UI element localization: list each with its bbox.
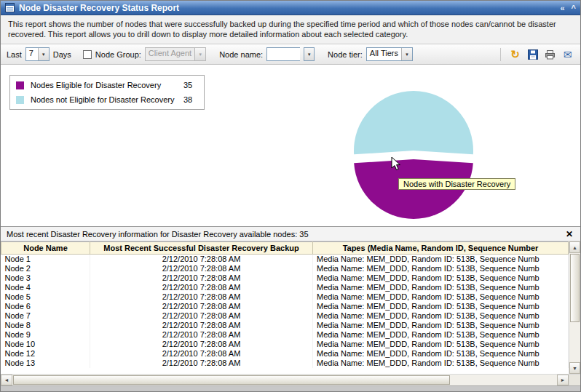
cell-tapes: Media Name: MEM_DDD, Random ID: 513B, Se… [313, 292, 569, 302]
legend-label: Nodes Eligible for Disaster Recovery [31, 81, 177, 89]
cell-tapes: Media Name: MEM_DDD, Random ID: 513B, Se… [313, 330, 569, 340]
cell-node-name: Node 6 [1, 302, 90, 311]
cell-backup-time: 2/12/2010 7:28:08 AM [90, 255, 313, 265]
table-row[interactable]: Node 132/12/2010 7:28:08 AMMedia Name: M… [1, 359, 569, 368]
node-name-dropdown-arrow-icon[interactable]: ▼ [304, 47, 315, 61]
report-description: This report shows the number of nodes th… [1, 15, 580, 44]
table-header-row: Node Name Most Recent Successful Disaste… [1, 242, 569, 255]
node-tier-select[interactable]: All Tiers ▼ [366, 47, 413, 61]
cell-node-name: Node 12 [1, 349, 90, 359]
legend-swatch [16, 81, 24, 89]
close-icon[interactable]: ✕ [564, 229, 574, 239]
node-name-input[interactable] [266, 47, 300, 61]
cell-tapes: Media Name: MEM_DDD, Random ID: 513B, Se… [313, 321, 569, 330]
legend-item[interactable]: Nodes not Eligible for Disaster Recovery… [16, 95, 198, 104]
horizontal-scrollbar[interactable]: ◄ ► [1, 374, 580, 385]
scroll-left-icon[interactable]: ◄ [1, 375, 12, 385]
node-group-label: Node Group: [95, 50, 141, 59]
table-row[interactable]: Node 52/12/2010 7:28:08 AMMedia Name: ME… [1, 292, 569, 302]
table-row[interactable]: Node 22/12/2010 7:28:08 AMMedia Name: ME… [1, 264, 569, 273]
node-tier-label: Node tier: [328, 50, 363, 59]
cell-tapes: Media Name: MEM_DDD, Random ID: 513B, Se… [313, 340, 569, 349]
email-icon[interactable]: ✉ [561, 47, 574, 61]
detail-panel: Most recent Disaster Recovery informatio… [1, 226, 580, 385]
scroll-down-icon[interactable]: ▼ [569, 362, 580, 374]
col-header-tapes[interactable]: Tapes (Media Name, Random ID, Sequence N… [313, 242, 569, 255]
dropdown-arrow-icon[interactable]: ▼ [401, 48, 412, 60]
table-row[interactable]: Node 72/12/2010 7:28:08 AMMedia Name: ME… [1, 311, 569, 321]
scroll-up-icon[interactable]: ▲ [569, 241, 580, 253]
days-label: Days [53, 50, 71, 59]
legend-item[interactable]: Nodes Eligible for Disaster Recovery35 [16, 81, 198, 89]
save-icon[interactable] [526, 47, 540, 61]
table-row[interactable]: Node 92/12/2010 7:28:08 AMMedia Name: ME… [1, 330, 569, 340]
mouse-cursor-icon [391, 156, 401, 171]
cell-backup-time: 2/12/2010 7:28:08 AM [90, 311, 313, 321]
vertical-scrollbar[interactable]: ▲ ▼ [569, 241, 580, 374]
node-group-checkbox[interactable] [83, 50, 92, 59]
cell-node-name: Node 13 [1, 359, 90, 368]
report-window: Node Disaster Recovery Status Report « ^… [0, 0, 581, 392]
dropdown-arrow-icon[interactable]: ▼ [38, 48, 49, 60]
cell-node-name: Node 10 [1, 340, 90, 349]
cell-tapes: Media Name: MEM_DDD, Random ID: 513B, Se… [313, 302, 569, 311]
cell-node-name: Node 5 [1, 292, 90, 302]
node-group-value: Client Agent [146, 48, 194, 60]
table-region: Node Name Most Recent Successful Disaste… [1, 241, 580, 374]
cell-tapes: Media Name: MEM_DDD, Random ID: 513B, Se… [313, 283, 569, 292]
cell-node-name: Node 3 [1, 273, 90, 283]
table-row[interactable]: Node 102/12/2010 7:28:08 AMMedia Name: M… [1, 340, 569, 349]
cell-backup-time: 2/12/2010 7:28:08 AM [90, 349, 313, 359]
cell-tapes: Media Name: MEM_DDD, Random ID: 513B, Se… [313, 311, 569, 321]
collapse-icon[interactable]: « [560, 3, 564, 13]
pie-chart [337, 81, 491, 220]
nodes-table: Node Name Most Recent Successful Disaste… [1, 241, 569, 368]
pie-slice-not-eligible[interactable] [354, 91, 473, 154]
table-row[interactable]: Node 82/12/2010 7:28:08 AMMedia Name: ME… [1, 321, 569, 330]
filter-toolbar: Last 7 ▼ Days Node Group: Client Agent ▼… [1, 44, 580, 65]
vertical-scroll-thumb[interactable] [570, 254, 580, 322]
table-row[interactable]: Node 62/12/2010 7:28:08 AMMedia Name: ME… [1, 302, 569, 311]
cell-backup-time: 2/12/2010 7:28:08 AM [90, 283, 313, 292]
cell-backup-time: 2/12/2010 7:28:08 AM [90, 321, 313, 330]
cell-node-name: Node 1 [1, 255, 90, 265]
cell-node-name: Node 8 [1, 321, 90, 330]
window-shade-icon[interactable]: ^ [572, 3, 576, 13]
table-row[interactable]: Node 32/12/2010 7:28:08 AMMedia Name: ME… [1, 273, 569, 283]
cell-tapes: Media Name: MEM_DDD, Random ID: 513B, Se… [313, 255, 569, 265]
cell-tapes: Media Name: MEM_DDD, Random ID: 513B, Se… [313, 264, 569, 273]
cell-tapes: Media Name: MEM_DDD, Random ID: 513B, Se… [313, 359, 569, 368]
table-row[interactable]: Node 12/12/2010 7:28:08 AMMedia Name: ME… [1, 255, 569, 265]
cell-node-name: Node 4 [1, 283, 90, 292]
cell-backup-time: 2/12/2010 7:28:08 AM [90, 359, 313, 368]
col-header-backup[interactable]: Most Recent Successful Disaster Recovery… [90, 242, 313, 255]
dropdown-arrow-icon: ▼ [194, 48, 205, 60]
page-title: Node Disaster Recovery Status Report [19, 3, 556, 13]
legend-value: 35 [183, 81, 198, 89]
cell-node-name: Node 7 [1, 311, 90, 321]
table-body: Node 12/12/2010 7:28:08 AMMedia Name: ME… [1, 255, 569, 369]
cell-backup-time: 2/12/2010 7:28:08 AM [90, 292, 313, 302]
table-row[interactable]: Node 42/12/2010 7:28:08 AMMedia Name: ME… [1, 283, 569, 292]
print-icon[interactable] [543, 47, 557, 61]
node-group-select: Client Agent ▼ [145, 47, 206, 61]
last-days-select[interactable]: 7 ▼ [25, 47, 50, 61]
last-label: Last [7, 50, 22, 59]
legend-label: Nodes not Eligible for Disaster Recovery [31, 95, 177, 104]
cell-tapes: Media Name: MEM_DDD, Random ID: 513B, Se… [313, 349, 569, 359]
cell-backup-time: 2/12/2010 7:28:08 AM [90, 330, 313, 340]
legend: Nodes Eligible for Disaster Recovery35No… [9, 75, 205, 110]
table-row[interactable]: Node 122/12/2010 7:28:08 AMMedia Name: M… [1, 349, 569, 359]
refresh-icon[interactable]: ↻ [508, 47, 522, 61]
cell-backup-time: 2/12/2010 7:28:08 AM [90, 264, 313, 273]
detail-panel-header: Most recent Disaster Recovery informatio… [1, 227, 580, 241]
cell-tapes: Media Name: MEM_DDD, Random ID: 513B, Se… [313, 273, 569, 283]
legend-swatch [16, 96, 24, 104]
col-header-node-name[interactable]: Node Name [1, 242, 90, 255]
horizontal-scroll-thumb[interactable] [13, 375, 450, 385]
legend-value: 38 [183, 95, 198, 104]
chart-tooltip: Nodes with Disaster Recovery [398, 178, 515, 190]
detail-panel-title: Most recent Disaster Recovery informatio… [7, 230, 564, 239]
node-name-label: Node name: [219, 50, 263, 59]
scroll-right-icon[interactable]: ► [557, 375, 569, 385]
